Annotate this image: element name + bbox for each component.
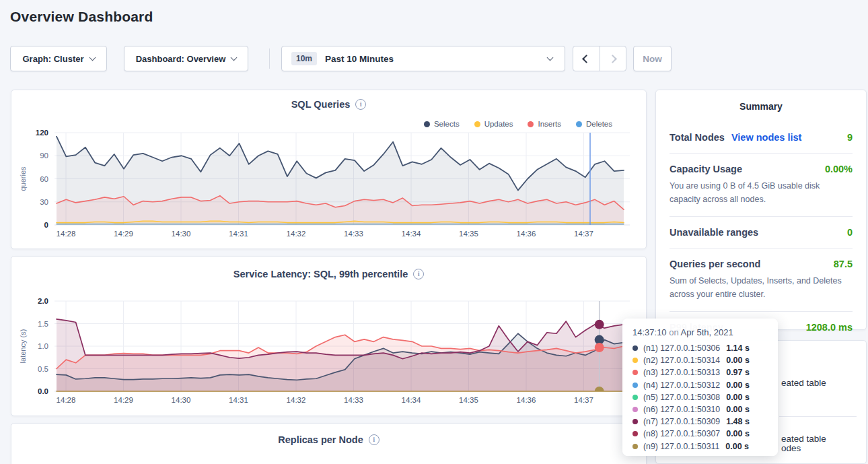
- replicas-title-text: Replicas per Node: [278, 434, 363, 445]
- svg-text:0: 0: [44, 221, 48, 229]
- svg-text:14:34: 14:34: [402, 230, 421, 238]
- event-item-fragment[interactable]: odes: [781, 443, 801, 453]
- svg-text:14:32: 14:32: [287, 396, 306, 404]
- replicas-title: Replicas per Node i: [11, 434, 646, 445]
- chevron-right-icon: [608, 55, 617, 63]
- sql-queries-chart[interactable]: 14:2814:2914:3014:3114:3214:3314:3414:35…: [11, 90, 647, 250]
- svg-text:latency (s): latency (s): [19, 329, 27, 364]
- svg-text:90: 90: [40, 152, 48, 160]
- divider: [670, 311, 853, 312]
- toolbar-divider: [269, 48, 270, 69]
- event-item-fragment[interactable]: eated table: [781, 434, 826, 444]
- tooltip-node-row: (n7) 127.0.0.1:503091.48 s: [632, 416, 770, 428]
- svg-text:14:30: 14:30: [172, 230, 191, 238]
- info-icon[interactable]: i: [369, 434, 379, 445]
- svg-text:1.0: 1.0: [38, 342, 48, 350]
- summary-row-total-nodes: Total Nodes View nodes list 9: [670, 132, 853, 143]
- node-address: (n5) 127.0.0.1:50308: [643, 393, 720, 402]
- svg-text:14:37: 14:37: [574, 396, 593, 404]
- node-address: (n2) 127.0.0.1:50314: [643, 356, 720, 365]
- chevron-down-icon: [547, 54, 554, 61]
- dashboard-dropdown[interactable]: Dashboard: Overview: [124, 46, 248, 71]
- tooltip-node-row: (n2) 127.0.0.1:503140.00 s: [632, 354, 770, 366]
- node-color-dot-icon: [632, 444, 638, 449]
- time-forward-button[interactable]: [600, 46, 626, 71]
- dashboard-dropdown-label: Dashboard: Overview: [136, 54, 226, 64]
- chevron-down-icon: [231, 54, 238, 61]
- tooltip-node-row: (n3) 127.0.0.1:503130.97 s: [632, 366, 770, 378]
- view-nodes-list-link[interactable]: View nodes list: [731, 132, 802, 143]
- svg-text:14:33: 14:33: [344, 230, 363, 238]
- capacity-usage-desc: You are using 0 B of 4.5 GiB usable disk…: [670, 179, 853, 206]
- time-range-dropdown[interactable]: 10m Past 10 Minutes: [281, 46, 565, 71]
- svg-text:1.5: 1.5: [38, 320, 48, 328]
- node-address: (n8) 127.0.0.1:50307: [643, 429, 720, 438]
- service-latency-chart[interactable]: 14:2814:2914:3014:3114:3214:3314:3414:35…: [11, 257, 647, 417]
- node-latency-value: 0.97 s: [726, 368, 750, 377]
- node-address: (n1) 127.0.0.1:50306: [643, 343, 720, 353]
- svg-text:30: 30: [40, 198, 48, 206]
- node-address: (n6) 127.0.0.1:50310: [643, 405, 720, 414]
- svg-text:14:30: 14:30: [172, 396, 191, 404]
- node-latency-value: 0.00 s: [726, 380, 750, 390]
- svg-text:14:35: 14:35: [459, 230, 478, 238]
- divider: [670, 216, 853, 217]
- service-latency-card: Service Latency: SQL, 99th percentile i …: [11, 256, 647, 416]
- summary-row-unavailable: Unavailable ranges 0: [670, 227, 853, 238]
- capacity-usage-value: 0.00%: [825, 164, 853, 174]
- node-latency-value: 0.00 s: [726, 393, 750, 402]
- tooltip-date: Apr 5th, 2021: [681, 327, 733, 337]
- qps-value: 87.5: [834, 259, 853, 269]
- node-color-dot-icon: [632, 370, 638, 375]
- graph-dropdown-label: Graph: Cluster: [22, 54, 83, 64]
- node-latency-value: 0.00 s: [726, 405, 750, 414]
- svg-text:60: 60: [40, 175, 48, 183]
- svg-text:0.0: 0.0: [38, 387, 48, 395]
- summary-row-capacity: Capacity Usage 0.00%: [670, 164, 853, 174]
- chevron-down-icon: [89, 54, 96, 61]
- tooltip-rows: (n1) 127.0.0.1:503061.14 s(n2) 127.0.0.1…: [632, 342, 770, 453]
- node-address: (n7) 127.0.0.1:50309: [643, 417, 720, 426]
- now-button-label: Now: [643, 54, 662, 64]
- node-color-dot-icon: [632, 407, 638, 412]
- svg-text:queries: queries: [19, 166, 27, 191]
- time-range-label: Past 10 Minutes: [325, 54, 394, 64]
- time-back-button[interactable]: [573, 46, 600, 71]
- node-latency-value: 0.00 s: [726, 356, 750, 365]
- unavailable-ranges-value: 0: [847, 227, 853, 238]
- tooltip-conj: on: [669, 327, 678, 337]
- page-title: Overview Dashboard: [10, 9, 153, 25]
- svg-text:2.0: 2.0: [38, 297, 48, 305]
- capacity-usage-label: Capacity Usage: [670, 164, 742, 174]
- tooltip-node-row: (n6) 127.0.0.1:503100.00 s: [632, 403, 770, 416]
- node-latency-value: 1.14 s: [726, 343, 750, 353]
- event-item-fragment[interactable]: eated table: [781, 378, 826, 388]
- svg-text:14:36: 14:36: [517, 230, 536, 238]
- time-nav-group: [573, 46, 626, 71]
- total-nodes-label: Total Nodes: [670, 132, 725, 143]
- svg-text:14:29: 14:29: [114, 230, 133, 238]
- node-latency-value: 1.48 s: [726, 417, 750, 426]
- node-color-dot-icon: [632, 345, 638, 351]
- chevron-left-icon: [582, 55, 591, 63]
- tooltip-timestamp: 14:37:10 on Apr 5th, 2021: [632, 327, 770, 337]
- qps-desc: Sum of Selects, Updates, Inserts, and De…: [670, 274, 853, 301]
- time-range-chip: 10m: [291, 52, 317, 65]
- svg-text:14:37: 14:37: [574, 230, 593, 238]
- svg-text:14:31: 14:31: [229, 396, 248, 404]
- svg-text:14:28: 14:28: [57, 396, 76, 404]
- qps-label: Queries per second: [670, 259, 760, 269]
- node-address: (n4) 127.0.0.1:50312: [643, 380, 720, 390]
- svg-text:14:36: 14:36: [517, 396, 536, 404]
- svg-text:14:34: 14:34: [402, 396, 421, 404]
- svg-text:14:28: 14:28: [57, 230, 76, 238]
- svg-text:14:29: 14:29: [114, 396, 133, 404]
- unavailable-ranges-label: Unavailable ranges: [670, 227, 758, 238]
- node-color-dot-icon: [632, 419, 638, 424]
- graph-dropdown[interactable]: Graph: Cluster: [10, 46, 107, 71]
- now-button[interactable]: Now: [633, 46, 672, 71]
- summary-panel: Summary Total Nodes View nodes list 9 Ca…: [655, 90, 867, 330]
- node-address: (n3) 127.0.0.1:50313: [643, 368, 720, 377]
- node-latency-value: 0.00 s: [726, 429, 750, 438]
- chart-hover-tooltip: 14:37:10 on Apr 5th, 2021 (n1) 127.0.0.1…: [622, 319, 778, 456]
